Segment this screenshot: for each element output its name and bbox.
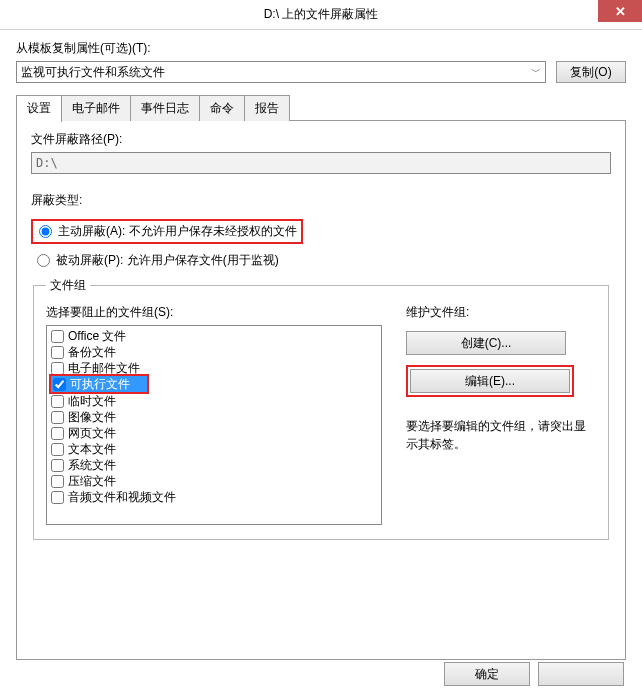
radio-passive-row: 被动屏蔽(P): 允许用户保存文件(用于监视) [31,252,611,269]
group-label: 可执行文件 [70,376,130,393]
group-checkbox[interactable] [51,330,64,343]
edit-group-button[interactable]: 编辑(E)... [410,369,570,393]
radio-active-row: 主动屏蔽(A): 不允许用户保存未经授权的文件 [31,219,611,244]
titlebar: D:\ 上的文件屏蔽属性 ✕ [0,0,642,30]
radio-active[interactable] [39,225,52,238]
group-checkbox[interactable] [51,362,64,375]
radio-passive-label: 被动屏蔽(P): 允许用户保存文件(用于监视) [56,252,279,269]
group-checkbox[interactable] [53,378,66,391]
group-label: 网页文件 [68,425,116,442]
list-item[interactable]: 音频文件和视频文件 [49,490,379,506]
tabs: 设置电子邮件事件日志命令报告 文件屏蔽路径(P): D:\ 屏蔽类型: 主动屏蔽… [16,95,626,661]
close-icon: ✕ [615,4,626,19]
path-label: 文件屏蔽路径(P): [31,131,611,148]
chevron-down-icon: ﹀ [531,65,541,79]
group-checkbox[interactable] [51,443,64,456]
template-label: 从模板复制属性(可选)(T): [16,40,626,57]
tab-4[interactable]: 报告 [244,95,290,121]
group-label: 文本文件 [68,441,116,458]
bottom-button-bar: 确定 [444,662,624,686]
create-group-button[interactable]: 创建(C)... [406,331,566,355]
tab-1[interactable]: 电子邮件 [61,95,131,121]
cancel-button[interactable] [538,662,624,686]
list-item[interactable]: 压缩文件 [49,474,379,490]
screen-type-label: 屏蔽类型: [31,192,611,209]
group-label: 图像文件 [68,409,116,426]
list-item[interactable]: 系统文件 [49,458,379,474]
select-group-label: 选择要阻止的文件组(S): [46,304,382,321]
group-label: 临时文件 [68,393,116,410]
template-select-value: 监视可执行文件和系统文件 [21,64,165,81]
template-row: 从模板复制属性(可选)(T): 监视可执行文件和系统文件 ﹀ 复制(O) [16,40,626,83]
tab-panel-settings: 文件屏蔽路径(P): D:\ 屏蔽类型: 主动屏蔽(A): 不允许用户保存未经授… [16,120,626,660]
list-item[interactable]: 网页文件 [49,426,379,442]
radio-active-label: 主动屏蔽(A): 不允许用户保存未经授权的文件 [58,223,297,240]
path-input: D:\ [31,152,611,174]
window-title: D:\ 上的文件屏蔽属性 [0,6,642,23]
window-body: 从模板复制属性(可选)(T): 监视可执行文件和系统文件 ﹀ 复制(O) 设置电… [0,30,642,694]
group-checkbox[interactable] [51,346,64,359]
list-item[interactable]: 图像文件 [49,410,379,426]
radio-passive[interactable] [37,254,50,267]
tab-2[interactable]: 事件日志 [130,95,200,121]
group-label: 压缩文件 [68,473,116,490]
list-item[interactable]: 文本文件 [49,442,379,458]
tab-3[interactable]: 命令 [199,95,245,121]
group-label: Office 文件 [68,328,126,345]
list-item[interactable]: 备份文件 [49,344,379,360]
list-item[interactable]: 可执行文件 [51,376,147,392]
group-checkbox[interactable] [51,411,64,424]
groups-listbox[interactable]: Office 文件备份文件电子邮件文件可执行文件临时文件图像文件网页文件文本文件… [46,325,382,525]
close-button[interactable]: ✕ [598,0,642,22]
file-groups-legend: 文件组 [46,277,90,294]
ok-button[interactable]: 确定 [444,662,530,686]
group-checkbox[interactable] [51,427,64,440]
edit-hint: 要选择要编辑的文件组，请突出显示其标签。 [406,417,596,453]
maintain-label: 维护文件组: [406,304,596,321]
list-item[interactable]: Office 文件 [49,328,379,344]
group-label: 音频文件和视频文件 [68,489,176,506]
list-item[interactable]: 临时文件 [49,394,379,410]
copy-button[interactable]: 复制(O) [556,61,626,83]
group-checkbox[interactable] [51,459,64,472]
group-label: 系统文件 [68,457,116,474]
group-label: 备份文件 [68,344,116,361]
template-select[interactable]: 监视可执行文件和系统文件 ﹀ [16,61,546,83]
group-checkbox[interactable] [51,395,64,408]
group-checkbox[interactable] [51,475,64,488]
group-checkbox[interactable] [51,491,64,504]
file-groups-fieldset: 文件组 选择要阻止的文件组(S): Office 文件备份文件电子邮件文件可执行… [33,277,609,540]
path-value: D:\ [36,156,58,170]
tab-0[interactable]: 设置 [16,95,62,122]
